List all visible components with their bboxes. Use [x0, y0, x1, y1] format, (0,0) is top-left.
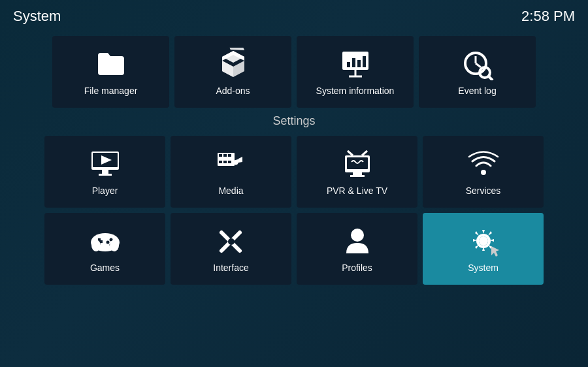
- tile-event-log[interactable]: Event log: [419, 36, 536, 108]
- tile-label-system: System: [468, 263, 498, 273]
- tile-interface[interactable]: Interface: [171, 213, 291, 285]
- svg-rect-16: [99, 174, 112, 176]
- system-icon: [467, 225, 500, 257]
- tile-add-ons[interactable]: Add-ons: [174, 36, 291, 108]
- top-bar: System 2:58 PM: [0, 0, 588, 33]
- svg-point-39: [110, 240, 119, 251]
- tile-label-profiles: Profiles: [342, 263, 372, 273]
- svg-line-9: [476, 63, 481, 67]
- add-ons-icon: [217, 48, 250, 80]
- settings-grid: Player: [0, 136, 588, 285]
- tile-player[interactable]: Player: [44, 136, 165, 208]
- services-icon: [467, 148, 500, 180]
- tile-label-system-information: System information: [316, 86, 395, 96]
- svg-rect-4: [352, 58, 355, 67]
- tile-label-pvr-live-tv: PVR & Live TV: [327, 185, 387, 196]
- svg-rect-21: [219, 161, 222, 163]
- svg-line-24: [348, 151, 353, 155]
- media-icon: [215, 148, 248, 180]
- tile-services[interactable]: Services: [423, 136, 544, 208]
- event-log-icon: [461, 48, 494, 80]
- svg-point-30: [481, 170, 486, 175]
- tile-system-information[interactable]: System information: [297, 36, 414, 108]
- svg-rect-22: [223, 161, 227, 163]
- settings-label: Settings: [0, 114, 588, 128]
- tile-file-manager[interactable]: File manager: [52, 36, 169, 108]
- tile-label-interface: Interface: [213, 263, 248, 273]
- tile-label-media: Media: [218, 185, 243, 196]
- svg-point-43: [351, 229, 364, 242]
- svg-rect-15: [102, 170, 108, 174]
- tile-label-file-manager: File manager: [84, 86, 138, 96]
- settings-section: Settings Player: [0, 114, 588, 285]
- svg-rect-3: [347, 62, 350, 67]
- tile-label-event-log: Event log: [458, 86, 496, 96]
- svg-rect-23: [228, 161, 231, 163]
- svg-point-45: [481, 238, 486, 244]
- svg-line-11: [489, 76, 493, 80]
- system-information-icon: [339, 48, 372, 80]
- tile-system[interactable]: System: [423, 213, 544, 285]
- interface-icon: [215, 225, 248, 257]
- svg-line-25: [362, 151, 367, 155]
- file-manager-icon: [95, 48, 127, 80]
- games-icon: [89, 225, 122, 257]
- tile-label-services: Services: [466, 185, 501, 196]
- clock: 2:58 PM: [521, 8, 575, 25]
- svg-rect-28: [353, 172, 362, 175]
- tile-media[interactable]: Media: [171, 136, 291, 208]
- tile-games[interactable]: Games: [44, 213, 165, 285]
- svg-rect-5: [357, 60, 361, 67]
- player-icon: [89, 148, 122, 180]
- svg-rect-29: [350, 175, 365, 177]
- svg-rect-20: [228, 154, 231, 157]
- tile-pvr-live-tv[interactable]: PVR & Live TV: [297, 136, 417, 208]
- tile-label-add-ons: Add-ons: [216, 86, 250, 96]
- tile-label-games: Games: [90, 263, 120, 273]
- tile-label-player: Player: [92, 185, 118, 196]
- svg-rect-18: [219, 154, 222, 157]
- svg-point-38: [91, 240, 101, 251]
- app-title: System: [13, 8, 61, 25]
- svg-point-37: [106, 241, 109, 244]
- svg-point-42: [228, 238, 235, 245]
- pvr-live-tv-icon: [341, 148, 374, 180]
- svg-rect-19: [223, 154, 227, 157]
- settings-row-2: Games Interface: [44, 213, 544, 285]
- tile-profiles[interactable]: Profiles: [297, 213, 417, 285]
- top-row: File manager Add-ons: [52, 36, 536, 108]
- settings-row-1: Player: [44, 136, 544, 208]
- svg-rect-6: [363, 56, 366, 67]
- svg-marker-46: [491, 246, 499, 257]
- profiles-icon: [341, 225, 374, 257]
